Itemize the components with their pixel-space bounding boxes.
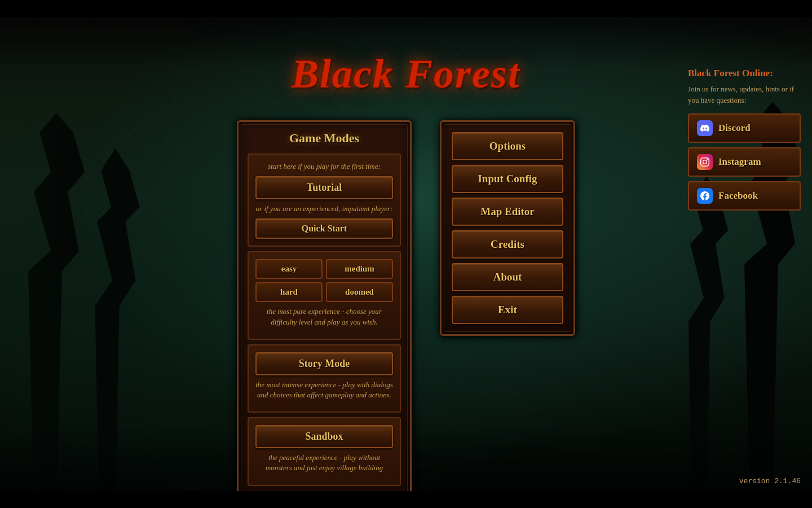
online-title: Black Forest Online: xyxy=(688,68,801,79)
story-mode-desc: the most intense experience - play with … xyxy=(255,380,393,400)
story-mode-section: Story Mode the most intense experience -… xyxy=(248,344,401,413)
quickstart-prefix: or if you are an experienced, impatient … xyxy=(255,204,393,214)
sandbox-section: Sandbox the peaceful experience - play w… xyxy=(248,417,401,485)
discord-button[interactable]: Discord xyxy=(688,113,801,143)
instagram-label: Instagram xyxy=(718,156,761,168)
input-config-button[interactable]: Input Config xyxy=(452,165,563,193)
quickstart-button[interactable]: Quick Start xyxy=(255,218,393,239)
hard-button[interactable]: hard xyxy=(255,282,323,302)
difficulty-section: easy medium hard doomed the most pure ex… xyxy=(248,251,401,339)
main-content: Black Forest Game Modes start here if yo… xyxy=(17,17,795,491)
game-modes-panel: Game Modes start here if you play for th… xyxy=(237,120,412,501)
facebook-button[interactable]: Facebook xyxy=(688,181,801,211)
story-mode-button[interactable]: Story Mode xyxy=(255,352,393,375)
facebook-icon xyxy=(697,188,713,204)
tutorial-button[interactable]: Tutorial xyxy=(255,176,393,199)
easy-button[interactable]: easy xyxy=(255,259,323,279)
menu-panel: Options Input Config Map Editor Credits … xyxy=(440,120,575,336)
bottom-bar xyxy=(0,491,812,508)
online-description: Join us for news, updates, hints or if y… xyxy=(688,84,801,106)
sandbox-desc: the peaceful experience - play without m… xyxy=(255,453,393,473)
discord-label: Discord xyxy=(718,122,751,134)
panels-row: Game Modes start here if you play for th… xyxy=(237,120,575,501)
top-bar xyxy=(0,0,812,17)
difficulty-grid: easy medium hard doomed xyxy=(255,259,393,302)
online-sidebar: Black Forest Online: Join us for news, u… xyxy=(688,68,801,215)
facebook-label: Facebook xyxy=(718,190,758,202)
exit-button[interactable]: Exit xyxy=(452,296,563,324)
tutorial-section: start here if you play for the first tim… xyxy=(248,154,401,247)
medium-button[interactable]: medium xyxy=(326,259,393,279)
game-title: Black Forest xyxy=(292,51,520,98)
doomed-button[interactable]: doomed xyxy=(326,282,393,302)
discord-icon xyxy=(697,120,713,136)
difficulty-desc: the most pure experience - choose your d… xyxy=(255,306,393,327)
about-button[interactable]: About xyxy=(452,263,563,291)
credits-button[interactable]: Credits xyxy=(452,230,563,259)
tutorial-prefix: start here if you play for the first tim… xyxy=(255,161,393,172)
version-text: version 2.1.46 xyxy=(739,477,801,485)
sandbox-button[interactable]: Sandbox xyxy=(255,425,393,448)
options-button[interactable]: Options xyxy=(452,132,563,160)
instagram-button[interactable]: Instagram xyxy=(688,147,801,177)
instagram-icon xyxy=(697,154,713,170)
game-modes-title: Game Modes xyxy=(248,131,401,146)
map-editor-button[interactable]: Map Editor xyxy=(452,198,563,226)
